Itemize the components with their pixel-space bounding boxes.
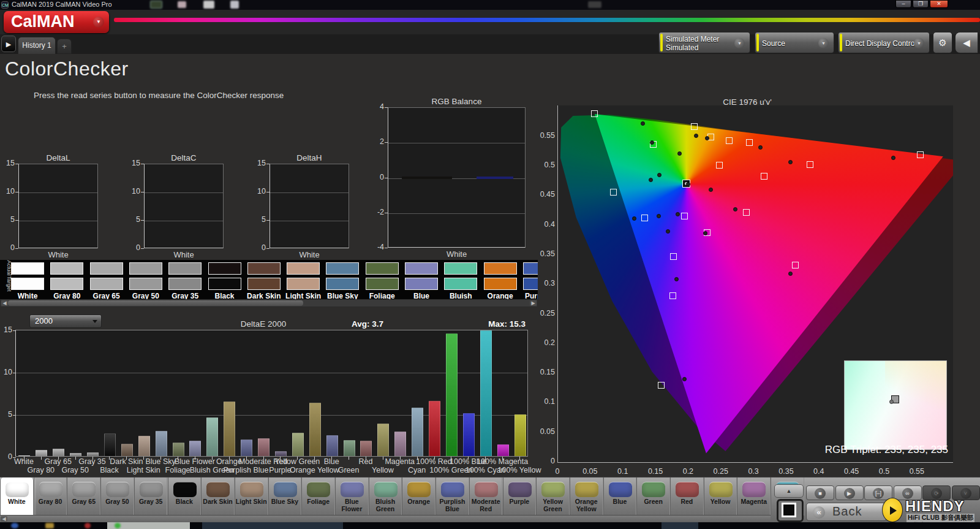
swatch-actual-White[interactable] — [11, 262, 44, 275]
toolbar-scroll-up-button[interactable]: ▲ — [774, 484, 804, 498]
swatch-actual-Blue Flower[interactable] — [405, 262, 438, 275]
cie-target-square — [610, 189, 617, 196]
swatch-target-Blue Sky[interactable] — [326, 278, 359, 290]
swatch-target-Bluish Green[interactable] — [444, 278, 477, 290]
swatch-target-White[interactable] — [11, 278, 44, 290]
toolbar-pattern-Red[interactable]: Red — [670, 478, 704, 516]
swatch-actual-Gray 35[interactable] — [168, 262, 202, 275]
toolbar-pattern-Yellow[interactable]: Yellow — [704, 478, 737, 516]
toolbar-pattern-Bluish Green[interactable]: Bluish Green — [369, 478, 402, 516]
minimize-button[interactable]: – — [895, 0, 911, 8]
pattern-label: Bluish Green — [369, 498, 402, 512]
swatch-target-Dark Skin[interactable] — [247, 278, 281, 290]
toolbar-pattern-Gray 50[interactable]: Gray 50 — [100, 478, 134, 516]
toolbar-pattern-Gray 80[interactable]: Gray 80 — [34, 478, 67, 516]
toolbar-pattern-Gray 65[interactable]: Gray 65 — [67, 478, 100, 516]
taskbar-icon[interactable] — [11, 523, 18, 528]
swatch-actual-Light Skin[interactable] — [287, 262, 320, 275]
toolbar-pattern-Purplish Blue[interactable]: Purplish Blue — [435, 478, 469, 516]
swatch-actual-Gray 65[interactable] — [90, 262, 123, 275]
toolbar-pattern-Foliage[interactable]: Foliage — [301, 478, 335, 516]
pattern-color-swatch — [173, 482, 197, 497]
playback-play-button[interactable]: ▶ — [835, 485, 864, 500]
folder-icon[interactable] — [45, 523, 54, 528]
swatch-actual-Dark Skin[interactable] — [247, 262, 281, 275]
swatch-target-Gray 35[interactable] — [168, 278, 202, 290]
source-dropdown[interactable]: Source ▼ — [755, 32, 834, 53]
delta-chart-1-gridline — [145, 221, 223, 221]
pattern-label: Purplish Blue — [436, 498, 469, 512]
deltae-bar-Magenta — [394, 432, 406, 456]
toolbar-pattern-Magenta[interactable]: Magenta — [737, 478, 771, 516]
toolbar-pattern-Dark Skin[interactable]: Dark Skin — [201, 478, 235, 516]
toolbar-pattern-Black[interactable]: Black — [168, 478, 202, 516]
scroll-left-icon[interactable]: ◀ — [1, 516, 7, 522]
swatch-target-Blue Flower[interactable] — [405, 278, 438, 290]
swatch-label: Gray 80 — [47, 292, 86, 299]
workflow-nav-button[interactable]: ▶ — [1, 36, 16, 52]
calman-logo-menu[interactable]: CalMAN ▼ — [4, 11, 109, 33]
toolbar-pattern-Purple[interactable]: Purple — [503, 478, 537, 516]
os-taskbar[interactable] — [0, 522, 980, 529]
toolbar-pattern-White[interactable]: White — [0, 478, 34, 519]
swatch-target-Black[interactable] — [208, 278, 241, 290]
deltae-bar-Foliage — [173, 443, 184, 456]
swatch-target-Gray 65[interactable] — [90, 278, 123, 290]
pattern-window-button[interactable] — [777, 499, 804, 522]
taskbar-icon[interactable] — [85, 523, 91, 528]
taskbar-item[interactable] — [662, 522, 698, 529]
display-control-dropdown[interactable]: Direct Display Control ▼ — [838, 32, 930, 53]
back-button[interactable]: « Back — [806, 503, 887, 521]
swatch-strip-scrollbar[interactable]: ◀ ▶ — [0, 299, 538, 307]
deltae-bar-Orange Yellow — [309, 403, 321, 456]
settings-button[interactable]: ⚙ — [933, 32, 952, 53]
toolbar-pattern-Blue Sky[interactable]: Blue Sky — [268, 478, 302, 516]
toolbar-scrollbar[interactable]: ◀ — [0, 515, 771, 522]
swatch-actual-Blue Sky[interactable] — [326, 262, 359, 275]
toolbar-pattern-Orange Yellow[interactable]: Orange Yellow — [570, 478, 603, 516]
toolbar-pattern-Light Skin[interactable]: Light Skin — [235, 478, 268, 516]
toolbar-pattern-Moderate Red[interactable]: Moderate Red — [469, 478, 503, 516]
swatch-target-Gray 50[interactable] — [129, 278, 162, 290]
delta-chart-2-ytick: 10 — [250, 187, 266, 196]
deltae-formula-dropdown[interactable]: 2000 — [29, 314, 102, 328]
toolbar-pattern-Yellow Green[interactable]: Yellow Green — [536, 478, 570, 516]
taskbar-item[interactable] — [202, 522, 343, 529]
pattern-label: Moderate Red — [470, 498, 502, 512]
taskbar-active-item[interactable] — [107, 522, 190, 529]
playback-stop-button[interactable]: ■ — [806, 485, 834, 500]
swatch-actual-Purplish Blue[interactable] — [523, 262, 538, 275]
cie-ytick: 0.45 — [534, 190, 555, 199]
add-tab-button[interactable]: + — [57, 39, 72, 54]
swatch-target-Foliage[interactable] — [366, 278, 399, 290]
swatch-actual-Black[interactable] — [208, 262, 241, 275]
toolbar-pattern-Blue Flower[interactable]: Blue Flower — [335, 478, 369, 516]
swatch-actual-Gray 50[interactable] — [129, 262, 162, 275]
toolbar-pattern-Orange[interactable]: Orange — [402, 478, 435, 516]
close-button[interactable]: ✕ — [930, 0, 948, 8]
toolbar-pattern-Blue[interactable]: Blue — [603, 478, 637, 516]
swatch-actual-Orange[interactable] — [484, 262, 517, 275]
swatch-actual-Bluish Green[interactable] — [444, 262, 477, 275]
swatch-target-Orange[interactable] — [484, 278, 517, 290]
swatch-target-Light Skin[interactable] — [287, 278, 320, 290]
meter-dropdown[interactable]: Simulated Meter Simulated ▼ — [658, 32, 750, 53]
swatch-actual-Foliage[interactable] — [366, 262, 399, 275]
scrollbar-thumb[interactable] — [8, 300, 303, 306]
swatch-actual-Gray 80[interactable] — [50, 262, 83, 275]
delta-chart-2-ytick: 5 — [250, 215, 266, 224]
pattern-label: Magenta — [737, 498, 770, 506]
collapse-panel-button[interactable]: ◀ — [955, 32, 978, 53]
scroll-right-icon[interactable]: ▶ — [530, 300, 537, 306]
swatch-label: Black — [205, 292, 244, 299]
deltae-xlabel: Green — [338, 466, 360, 474]
delta-chart-0-ytick: 5 — [0, 215, 15, 224]
toolbar-pattern-Gray 35[interactable]: Gray 35 — [134, 478, 168, 516]
scroll-left-icon[interactable]: ◀ — [1, 300, 8, 306]
deltae-xtick-mark — [314, 457, 315, 460]
swatch-target-Gray 80[interactable] — [50, 278, 83, 290]
toolbar-pattern-Green[interactable]: Green — [636, 478, 670, 516]
tab-history-1[interactable]: History 1 — [18, 37, 56, 54]
deltae-bar-100% Magenta — [497, 444, 509, 456]
maximize-button[interactable]: ❐ — [913, 0, 929, 8]
